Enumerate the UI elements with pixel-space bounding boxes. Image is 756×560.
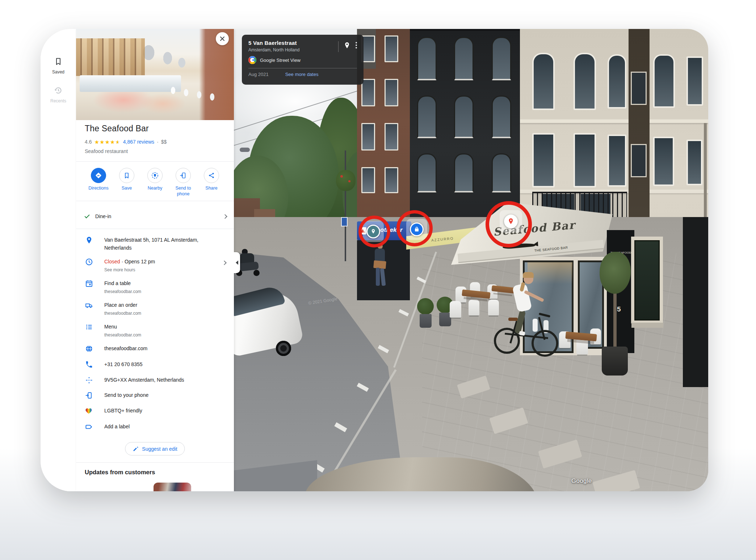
send-to-phone-icon [176, 168, 191, 183]
divider [76, 161, 234, 162]
place-title: The Seafood Bar [85, 124, 149, 133]
share-button[interactable]: Share [199, 168, 224, 197]
rainbow-heart-icon [85, 407, 94, 416]
send-to-phone-button[interactable]: Send to phone [171, 168, 196, 197]
pin-icon [344, 42, 350, 49]
dine-in-row[interactable]: Dine-in [85, 210, 227, 223]
dark-storefront [683, 217, 708, 387]
car-wheel [276, 341, 291, 356]
see-more-dates-link[interactable]: See more dates [285, 72, 319, 77]
check-icon [84, 213, 89, 218]
flower [340, 175, 343, 178]
dot-separator: · [157, 139, 159, 145]
sidebar-item-recents[interactable]: Recents [41, 86, 76, 103]
street-view-info-card: 5 Van Baerlestraat Amsterdam, North Holl… [242, 35, 364, 85]
nearby-button[interactable]: Nearby [142, 168, 168, 197]
globe-icon [85, 345, 94, 353]
google-watermark: Google [571, 478, 592, 485]
green-door [634, 240, 660, 321]
pole [345, 150, 346, 261]
label-tag-icon [85, 423, 94, 432]
place-category: Seafood restaurant [85, 148, 128, 154]
clock-icon [85, 258, 94, 267]
menu-list-icon [85, 323, 94, 332]
save-bookmark-icon [119, 168, 134, 183]
pencil-icon [133, 446, 138, 452]
street-sign [341, 217, 348, 226]
rating-row: 4.6 ★★★★★ 4,867 reviews · $$ [85, 139, 167, 145]
reviews-link[interactable]: 4,867 reviews [123, 139, 154, 145]
door-step [631, 323, 663, 328]
interior-glow [528, 262, 572, 284]
annotation-circle-1 [358, 216, 390, 247]
sv-address-title: 5 Van Baerlestraat [248, 40, 357, 46]
overflow-menu-icon[interactable] [356, 42, 357, 48]
action-bar: Directions Save Nearby Send to phone [76, 168, 234, 197]
chevron-right-icon [223, 214, 227, 219]
tree-pot [602, 347, 628, 376]
planter-pot [420, 314, 432, 328]
house-number: 5 [617, 305, 621, 313]
location-pin-icon [85, 236, 94, 245]
annotation-circle-3 [486, 201, 532, 247]
suggest-edit-button[interactable]: Suggest an edit [125, 442, 185, 455]
cardboard-box [373, 260, 386, 269]
sv-address-subtitle: Amsterdam, North Holland [248, 47, 357, 52]
capture-date: Aug 2021 [248, 72, 269, 77]
cornice [520, 119, 708, 123]
close-icon [220, 37, 224, 41]
cyclist-hair [523, 272, 534, 278]
save-button[interactable]: Save [114, 168, 139, 197]
pedestrian-leg [376, 268, 380, 286]
directions-icon [91, 168, 106, 183]
panel-collapse-handle[interactable] [234, 252, 240, 273]
card-divider [248, 68, 357, 68]
collapse-arrow-icon [236, 260, 238, 265]
rating-value: 4.6 [85, 139, 92, 145]
annotation-circle-2 [396, 210, 433, 246]
saved-label: Saved [52, 69, 64, 75]
divider [76, 229, 234, 229]
mini-sidebar: Saved Recents [41, 29, 76, 491]
customer-update-thumbnail[interactable] [154, 483, 191, 491]
place-hero-photo[interactable] [76, 29, 234, 120]
chevron-right-icon [222, 260, 227, 265]
street-view-canvas[interactable]: © 2021 Google Hypotheker AZZURRO Seafood… [234, 29, 708, 491]
flower-basket [336, 170, 356, 191]
recents-label: Recents [50, 98, 66, 103]
bike-front-wheel [532, 330, 558, 357]
bike-saddle [508, 318, 518, 321]
divider [76, 201, 234, 201]
window [631, 72, 647, 105]
street-lamp [240, 148, 250, 152]
price-level: $$ [161, 139, 167, 145]
phone-icon [85, 361, 94, 369]
recents-clock-icon [54, 86, 63, 96]
divider [76, 462, 234, 463]
share-icon [204, 168, 219, 183]
directions-button[interactable]: Directions [86, 168, 111, 197]
bar-stool [533, 319, 538, 332]
send-to-phone-icon [85, 391, 94, 400]
sidebar-item-saved[interactable]: Saved [41, 57, 76, 75]
updates-heading: Updates from customers [85, 469, 155, 476]
calendar-icon [85, 280, 94, 288]
sv-brand-row: Google Street View [248, 56, 357, 64]
card-pin-button[interactable] [344, 42, 350, 51]
close-button[interactable] [216, 32, 229, 45]
google-maps-app: Saved Recents The Seafood Bar 4.6 ★★★★★ … [0, 0, 756, 560]
window [631, 144, 647, 177]
place-panel: The Seafood Bar 4.6 ★★★★★ 4,867 reviews … [76, 29, 234, 491]
google-logo-icon [248, 56, 256, 64]
card-vertical-divider [338, 41, 339, 52]
bay-tree [417, 298, 434, 315]
nearby-icon [147, 168, 163, 183]
brown-building-band [629, 29, 650, 239]
delivery-truck-icon [85, 301, 94, 310]
plus-code-icon [85, 376, 94, 385]
flower [348, 180, 350, 182]
tree-trunk [613, 289, 617, 350]
scooter-wheel [253, 270, 260, 276]
maps-window: Saved Recents The Seafood Bar 4.6 ★★★★★ … [41, 29, 708, 491]
bookmark-icon [54, 57, 63, 67]
